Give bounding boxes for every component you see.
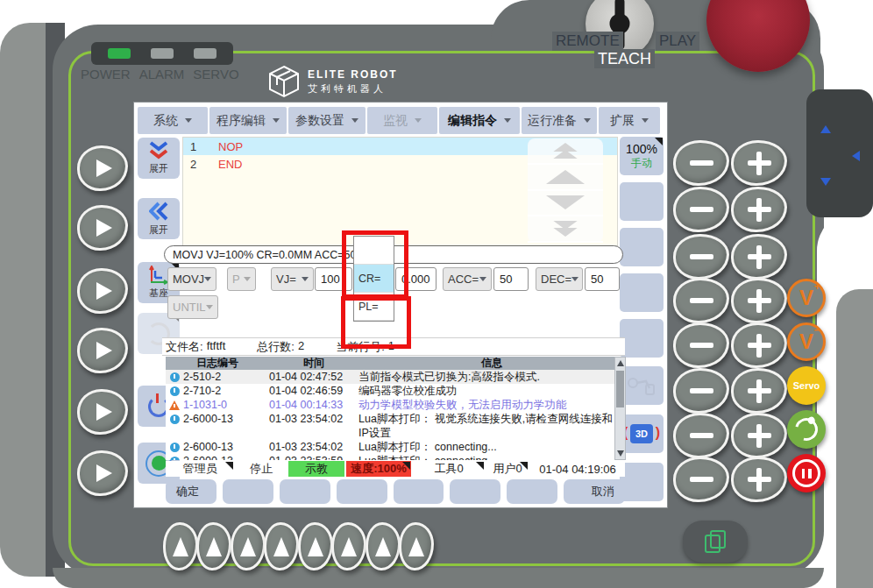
copy-pages-icon bbox=[705, 530, 726, 553]
info-icon bbox=[170, 443, 180, 452]
nav-left-icon[interactable] bbox=[852, 151, 860, 161]
log-row[interactable]: 1-1031-001-04 00:14:33动力学模型校验失败，无法启用动力学功… bbox=[166, 398, 625, 412]
corner-mark bbox=[520, 462, 528, 470]
speed-down-button[interactable]: V bbox=[787, 322, 826, 361]
minus-icon bbox=[690, 433, 713, 438]
expand-down-button[interactable]: 展开 bbox=[138, 138, 180, 179]
brand-name-en: ELITE ROBOT bbox=[308, 68, 398, 81]
menu-extension[interactable]: 扩展 bbox=[599, 107, 660, 134]
menu-program-edit[interactable]: 程序编辑 bbox=[209, 107, 287, 134]
acc-value-field[interactable]: 50 bbox=[493, 267, 529, 291]
tool-chip[interactable]: 工具0 bbox=[413, 461, 485, 477]
brand-logo: ELITE ROBOT 艾利特机器人 bbox=[268, 65, 398, 98]
speed-chip[interactable]: 速度:100% bbox=[346, 461, 411, 477]
minus-icon bbox=[690, 160, 713, 166]
line-command: END bbox=[218, 158, 242, 171]
log-row[interactable]: 2-6000-1301-03 23:53:59Lua脚本打印： connecti… bbox=[166, 454, 625, 460]
chevron-down-icon bbox=[244, 277, 251, 281]
minus-icon bbox=[690, 343, 713, 348]
scrollbar-down-icon[interactable] bbox=[617, 450, 624, 457]
info-icon bbox=[170, 457, 180, 460]
until-select[interactable]: UNTIL bbox=[167, 295, 218, 319]
scroll-page-up-button[interactable] bbox=[528, 138, 603, 165]
down-icon bbox=[546, 195, 585, 209]
side-button-4[interactable] bbox=[620, 273, 664, 312]
scrollbar-up-icon[interactable] bbox=[617, 360, 624, 366]
plus-icon bbox=[748, 468, 771, 492]
log-row[interactable]: 2-710-201-04 02:46:59编码器零位校准成功 bbox=[166, 384, 625, 398]
servo-button[interactable]: Servo bbox=[787, 366, 826, 405]
speed-plus-icon: V bbox=[799, 287, 813, 308]
menu-run-prepare[interactable]: 运行准备 bbox=[522, 107, 597, 134]
footer-blank-3[interactable] bbox=[337, 479, 387, 504]
speed-minus-icon: V bbox=[799, 331, 813, 352]
double-chevron-down-icon bbox=[148, 141, 169, 160]
log-icon-cell bbox=[166, 370, 183, 384]
cancel-button[interactable]: 取消 bbox=[564, 479, 625, 504]
log-table: 日志编号 时间 信息 2-510-201-04 02:47:52当前指令模式已切… bbox=[166, 357, 625, 460]
dec-select[interactable]: DEC= bbox=[536, 267, 583, 291]
double-up-icon bbox=[553, 150, 577, 159]
scrollbar-thumb[interactable] bbox=[616, 371, 624, 407]
log-header-msg: 信息 bbox=[358, 357, 625, 370]
user-frame-chip[interactable]: 用户0 bbox=[486, 461, 529, 477]
log-row[interactable]: 2-6000-1301-03 23:54:02Lua脚本打印： connecti… bbox=[166, 440, 625, 454]
window-switch-button[interactable] bbox=[683, 521, 748, 563]
side-button-8[interactable] bbox=[620, 463, 664, 501]
side-button-5[interactable] bbox=[620, 319, 664, 358]
scroll-page-down-button[interactable] bbox=[528, 216, 603, 243]
log-row[interactable]: 2-6000-1301-03 23:54:02Lua脚本打印： 视觉系统连接失败… bbox=[166, 412, 625, 440]
right-arrow-icon bbox=[96, 159, 112, 177]
speed-mode-button[interactable]: 100% 手动 bbox=[620, 137, 664, 175]
minus-icon bbox=[690, 207, 713, 212]
minus-icon bbox=[690, 477, 713, 482]
menu-parameter[interactable]: 参数设置 bbox=[288, 107, 366, 134]
footer-blank-1[interactable] bbox=[223, 479, 273, 504]
elite-cube-icon bbox=[268, 65, 300, 98]
log-scrollbar[interactable] bbox=[614, 357, 626, 460]
menu-system[interactable]: 系统 bbox=[138, 107, 208, 134]
nav-up-icon[interactable] bbox=[820, 125, 831, 133]
menu-edit-command[interactable]: 编辑指令 bbox=[439, 107, 520, 134]
right-arrow-icon bbox=[96, 342, 112, 359]
user-level-chip[interactable]: 管理员 bbox=[166, 461, 234, 477]
dec-value-field[interactable]: 50 bbox=[585, 267, 620, 291]
chevron-down-icon bbox=[273, 118, 280, 123]
expand-left-button[interactable]: 展开 bbox=[138, 198, 180, 239]
ok-button[interactable]: 确定 bbox=[166, 479, 216, 504]
right-arrow-icon bbox=[96, 282, 112, 300]
log-row[interactable]: 2-510-201-04 02:47:52当前指令模式已切换为:高级指令模式. bbox=[166, 370, 625, 384]
chevron-down-icon bbox=[584, 118, 591, 123]
run-button[interactable] bbox=[787, 410, 826, 449]
command-type-select[interactable]: MOVJ bbox=[167, 267, 216, 291]
speed-up-button[interactable]: V bbox=[787, 279, 826, 317]
footer-blank-6[interactable] bbox=[507, 479, 557, 504]
pause-button[interactable] bbox=[787, 454, 826, 492]
total-lines-value: 2 bbox=[298, 339, 304, 355]
footer-blank-4[interactable] bbox=[394, 479, 444, 504]
log-icon-cell bbox=[166, 398, 183, 412]
vj-select[interactable]: VJ= bbox=[271, 267, 314, 291]
menu-monitor[interactable]: 监视 bbox=[367, 107, 437, 134]
point-select[interactable]: P bbox=[227, 267, 256, 291]
scroll-down-button[interactable] bbox=[528, 191, 603, 217]
footer-blank-5[interactable] bbox=[450, 479, 500, 504]
footer-buttons: 确定 取消 bbox=[166, 479, 625, 504]
view-3d-button[interactable]: 3D bbox=[620, 414, 664, 453]
minus-icon bbox=[690, 254, 713, 259]
nav-down-icon[interactable] bbox=[820, 178, 831, 186]
log-header-time: 时间 bbox=[269, 357, 358, 370]
robot-jog-button[interactable] bbox=[620, 366, 664, 405]
chevron-down-icon bbox=[571, 277, 578, 281]
side-button-2[interactable] bbox=[620, 182, 664, 221]
acc-select[interactable]: ACC= bbox=[443, 267, 492, 291]
side-button-3[interactable] bbox=[620, 228, 664, 266]
chevron-down-icon bbox=[415, 118, 422, 123]
plus-icon bbox=[748, 379, 771, 403]
right-arrow-icon bbox=[96, 219, 112, 237]
double-chevron-left-icon bbox=[149, 201, 168, 222]
scroll-up-button[interactable] bbox=[528, 165, 603, 191]
minus-icon bbox=[690, 298, 713, 303]
footer-blank-2[interactable] bbox=[280, 479, 330, 504]
info-icon bbox=[170, 386, 180, 396]
